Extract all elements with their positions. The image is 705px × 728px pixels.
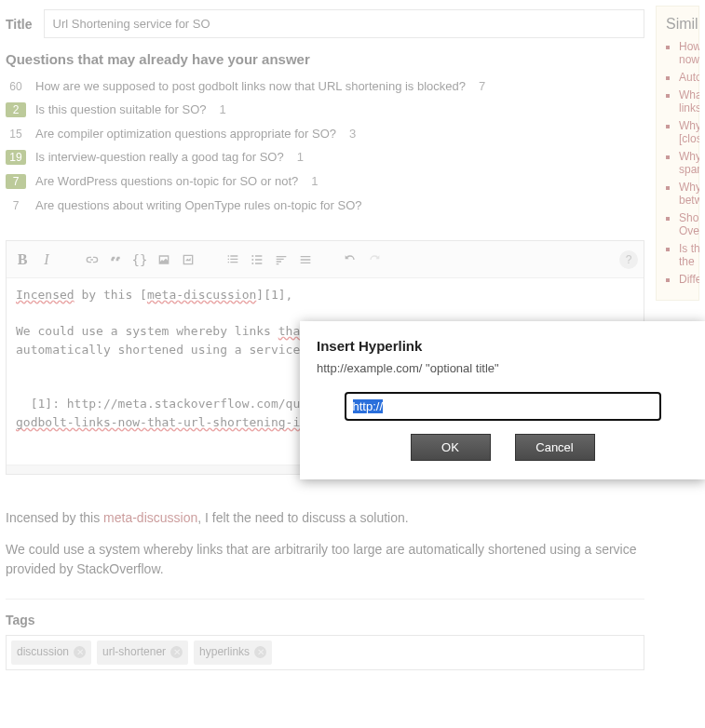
- similar-questions-sidebar: Simil HownowAutoWhalinksWhy[closWhyspanW…: [656, 6, 699, 301]
- sidebar-item[interactable]: Whyspan: [679, 150, 689, 176]
- suggestion-item[interactable]: 15Are compiler optimization questions ap…: [6, 122, 628, 145]
- sidebar-item[interactable]: Diffe: [679, 273, 689, 286]
- score-badge: 2: [6, 102, 26, 117]
- redo-button[interactable]: [364, 249, 385, 270]
- svg-point-0: [251, 255, 253, 257]
- suggestions-list[interactable]: 60How are we supposed to post godbolt li…: [6, 74, 644, 214]
- ok-button[interactable]: OK: [411, 434, 491, 461]
- snippet-button[interactable]: [178, 249, 198, 270]
- suggestion-link[interactable]: Is interview-question really a good tag …: [35, 150, 284, 164]
- suggestion-item[interactable]: 2Is this question suitable for SO?1: [6, 98, 628, 122]
- answer-count: 7: [479, 79, 485, 93]
- score-badge: 19: [6, 150, 26, 165]
- svg-point-2: [251, 263, 253, 264]
- dialog-example: http://example.com/ "optional title": [317, 361, 688, 375]
- italic-button[interactable]: I: [36, 249, 57, 270]
- suggestion-link[interactable]: Are questions about writing OpenType rul…: [35, 198, 361, 212]
- suggestion-link[interactable]: Is this question suitable for SO?: [35, 102, 207, 116]
- sidebar-heading: Simil: [666, 16, 689, 33]
- tags-label: Tags: [6, 611, 644, 629]
- title-row: Title: [6, 9, 644, 38]
- heading-button[interactable]: [271, 249, 291, 270]
- code-button[interactable]: {}: [129, 249, 150, 270]
- preview-text: , I felt the need to discuss a solution.: [197, 510, 408, 525]
- tag-remove-icon[interactable]: ✕: [254, 646, 266, 658]
- answer-count: 3: [349, 127, 356, 141]
- suggestion-item[interactable]: 7Are WordPress questions on-topic for SO…: [6, 169, 628, 194]
- sidebar-item[interactable]: Hownow: [679, 40, 689, 66]
- ulist-button[interactable]: [247, 249, 267, 270]
- suggestion-link[interactable]: Are WordPress questions on-topic for SO …: [35, 174, 298, 188]
- hr-button[interactable]: [295, 249, 316, 270]
- cancel-button[interactable]: Cancel: [515, 434, 595, 461]
- sidebar-item[interactable]: ShoOve: [679, 211, 689, 237]
- suggestion-link[interactable]: How are we supposed to post godbolt link…: [35, 79, 466, 93]
- score-badge: 60: [6, 80, 26, 93]
- tag-label: hyperlinks: [199, 644, 250, 660]
- score-badge: 7: [6, 174, 26, 189]
- suggestion-item[interactable]: 7Are questions about writing OpenType ru…: [6, 194, 628, 214]
- score-badge: 15: [6, 128, 26, 141]
- olist-button[interactable]: [223, 249, 243, 270]
- svg-point-1: [251, 259, 253, 261]
- tag[interactable]: url-shortener✕: [97, 640, 188, 664]
- answer-count: 1: [220, 102, 226, 116]
- url-input[interactable]: [345, 392, 661, 421]
- preview-text: We could use a system whereby links that…: [6, 540, 644, 578]
- tag[interactable]: hyperlinks✕: [194, 640, 272, 664]
- suggestion-link[interactable]: Are compiler optimization questions appr…: [35, 127, 336, 141]
- tag-remove-icon[interactable]: ✕: [74, 646, 86, 658]
- title-label: Title: [6, 17, 33, 32]
- tag-label: url-shortener: [102, 644, 166, 660]
- answer-count: 1: [297, 150, 304, 164]
- sidebar-item[interactable]: Why[clos: [679, 119, 689, 145]
- preview-link[interactable]: meta-discussion: [103, 510, 197, 525]
- dialog-title: Insert Hyperlink: [317, 338, 688, 354]
- undo-button[interactable]: [340, 249, 360, 270]
- divider: [6, 599, 644, 600]
- score-badge: 7: [6, 199, 26, 212]
- image-button[interactable]: [154, 249, 174, 270]
- tag[interactable]: discussion✕: [11, 640, 91, 664]
- insert-hyperlink-dialog: Insert Hyperlink http://example.com/ "op…: [300, 321, 705, 479]
- title-input[interactable]: [44, 9, 644, 38]
- editor-toolbar: B I {} ?: [7, 241, 644, 278]
- sidebar-item[interactable]: Whalinks: [679, 88, 689, 115]
- link-button[interactable]: [81, 249, 102, 270]
- tag-label: discussion: [17, 644, 69, 660]
- tags-input[interactable]: discussion✕url-shortener✕hyperlinks✕: [6, 635, 644, 669]
- suggestion-item[interactable]: 60How are we supposed to post godbolt li…: [6, 74, 628, 98]
- preview: Incensed by this meta-discussion, I felt…: [6, 508, 644, 670]
- sidebar-item[interactable]: Auto: [679, 71, 689, 84]
- sidebar-item[interactable]: Is ththe: [679, 242, 689, 268]
- answer-count: 1: [311, 174, 318, 188]
- tag-remove-icon[interactable]: ✕: [170, 646, 183, 658]
- sidebar-item[interactable]: Whybetw: [679, 181, 689, 207]
- suggestion-item[interactable]: 19Is interview-question really a good ta…: [6, 145, 628, 169]
- bold-button[interactable]: B: [12, 249, 33, 270]
- quote-button[interactable]: [105, 249, 126, 270]
- help-icon[interactable]: ?: [619, 250, 638, 269]
- preview-text: Incensed by this: [6, 510, 103, 525]
- suggestions-heading: Questions that may already have your ans…: [6, 51, 644, 67]
